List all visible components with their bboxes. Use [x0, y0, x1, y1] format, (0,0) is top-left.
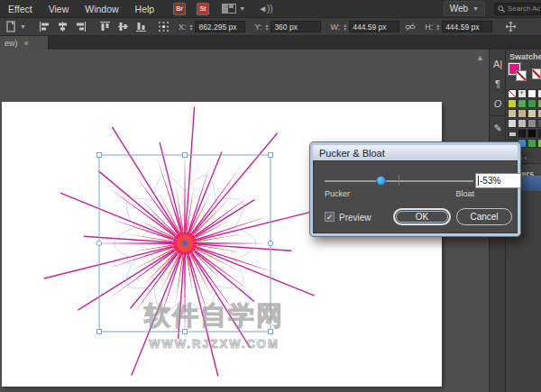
fill-stroke-proxy[interactable] [509, 63, 539, 87]
menu-window[interactable]: Window [77, 0, 126, 18]
brush-panel-icon[interactable]: ✎ [490, 118, 506, 138]
swatch[interactable] [527, 119, 536, 128]
swatch[interactable] [518, 119, 527, 128]
divider [491, 115, 504, 116]
document-setup-icon[interactable]: ▼ [5, 21, 26, 32]
swatch[interactable] [537, 99, 541, 108]
value-input[interactable]: -53% [475, 173, 521, 188]
stock-icon[interactable]: St [197, 3, 209, 15]
swatch[interactable] [518, 89, 527, 98]
swatch[interactable] [527, 109, 536, 118]
scroll-up-icon[interactable]: ▲ [476, 53, 484, 62]
swatch[interactable] [508, 89, 517, 98]
swatch-grid[interactable] [508, 89, 541, 148]
w-stepper[interactable]: ▲▼ [343, 23, 347, 31]
w-field[interactable]: 444.59 px [349, 21, 399, 32]
align-center-horizontal-icon[interactable] [57, 21, 69, 32]
pucker-label: Pucker [325, 189, 350, 198]
x-stepper[interactable]: ▲▼ [188, 23, 193, 31]
preview-label: Preview [339, 213, 371, 223]
slider-center-tick [399, 176, 399, 186]
workspace-layout-icon[interactable] [222, 4, 236, 14]
swatch[interactable] [508, 99, 517, 108]
text-cursor [478, 176, 479, 186]
transform-icon[interactable] [505, 21, 517, 32]
swatch[interactable] [537, 89, 541, 98]
document-tab[interactable]: ew) × [0, 36, 49, 50]
swatch[interactable] [527, 89, 536, 98]
w-label: W: [330, 23, 340, 32]
align-left-icon[interactable] [39, 21, 50, 32]
reference-point-icon[interactable] [158, 21, 170, 32]
menu-effect[interactable]: Effect [0, 0, 41, 18]
menu-bar: Effect View Window Help Br St ▼ ◄)) Web▼… [0, 0, 541, 18]
swatch[interactable] [508, 109, 517, 118]
swatch[interactable] [527, 139, 536, 148]
align-top-icon[interactable] [99, 21, 111, 32]
x-field[interactable]: 862.295 px [195, 21, 245, 32]
slider-handle[interactable] [376, 176, 386, 186]
swatch[interactable] [537, 129, 541, 138]
swatch[interactable] [508, 129, 517, 138]
align-right-icon[interactable] [75, 21, 87, 32]
align-middle-vertical-icon[interactable] [117, 21, 129, 32]
cancel-button[interactable]: Cancel [456, 208, 512, 225]
workspace-switcher[interactable]: Web▼ [444, 1, 485, 16]
character-panel-icon[interactable]: A| [490, 54, 506, 74]
dialog-body: -53% Pucker Bloat ✓ Preview OK Cancel [313, 160, 518, 233]
chevron-down-icon: ▼ [472, 5, 479, 12]
dialog-title-bar[interactable]: Pucker & Bloat [313, 145, 518, 160]
swatch[interactable] [537, 119, 541, 128]
swatch[interactable] [508, 119, 517, 128]
swatch[interactable] [518, 129, 527, 138]
y-field[interactable]: 360 px [270, 21, 321, 32]
swatch[interactable] [518, 99, 527, 108]
h-field[interactable]: 444.59 px [442, 21, 492, 32]
pucker-bloat-dialog: Pucker & Bloat -53% Pucker Bloat ✓ Previ… [309, 141, 521, 237]
swatch[interactable] [537, 139, 541, 148]
document-tab-title: ew) [5, 39, 18, 48]
search-icon [498, 5, 505, 13]
h-label: H: [425, 23, 433, 32]
constrain-proportions-icon[interactable] [405, 22, 416, 32]
dialog-title: Pucker & Bloat [313, 148, 385, 159]
swatch[interactable] [527, 129, 536, 138]
share-icon[interactable]: ◄)) [258, 4, 273, 14]
swatch[interactable] [537, 109, 541, 118]
opentype-panel-icon[interactable]: O [490, 94, 506, 114]
align-bottom-icon[interactable] [135, 21, 147, 32]
chevron-down-icon[interactable]: ▼ [239, 5, 245, 12]
y-stepper[interactable]: ▲▼ [264, 23, 269, 31]
close-icon[interactable]: × [24, 39, 29, 48]
control-bar: ▼ X: ▲▼ 862.295 px Y: ▲▼ 360 px W: ▲▼ 44… [0, 18, 541, 36]
menu-view[interactable]: View [41, 0, 78, 18]
tab-bar: ew) × [0, 36, 541, 50]
stroke-color-chip[interactable] [516, 70, 527, 81]
paragraph-panel-icon[interactable]: ¶ [490, 74, 506, 94]
search-input[interactable]: Search Adob [494, 3, 541, 15]
bloat-label: Bloat [447, 189, 474, 198]
swatch[interactable] [527, 99, 536, 108]
y-label: Y: [254, 23, 261, 32]
menu-help[interactable]: Help [127, 0, 163, 18]
swatch[interactable] [518, 109, 527, 118]
x-label: X: [179, 23, 187, 32]
none-proxy-icon[interactable] [532, 68, 541, 79]
bridge-icon[interactable]: Br [173, 3, 186, 15]
h-stepper[interactable]: ▲▼ [436, 23, 440, 31]
illustrator-app: Effect View Window Help Br St ▼ ◄)) Web▼… [0, 0, 541, 392]
chevron-down-icon: ▼ [20, 23, 26, 30]
preview-checkbox[interactable]: ✓ [325, 212, 335, 222]
swatches-panel-title[interactable]: Swatches [506, 50, 541, 61]
ok-button[interactable]: OK [393, 208, 451, 225]
